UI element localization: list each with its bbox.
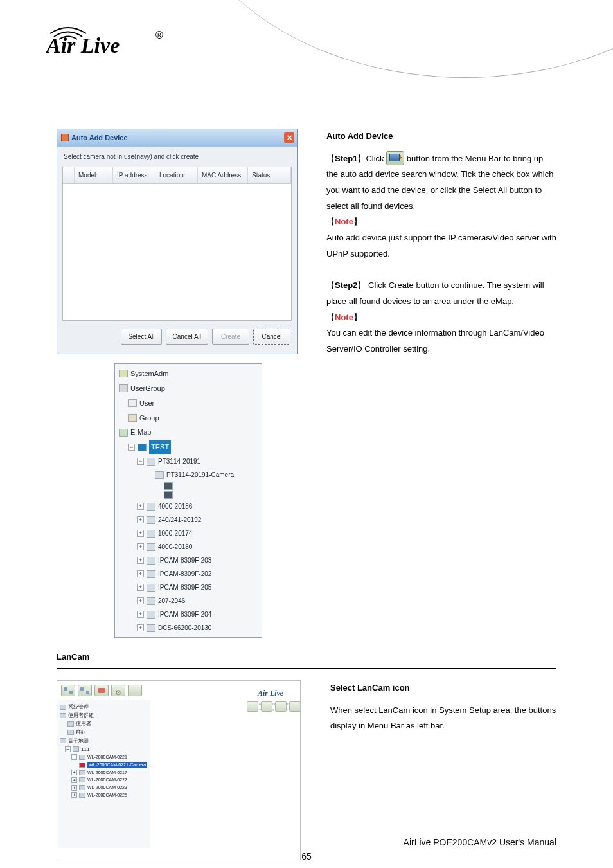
expand-icon[interactable]: + — [137, 584, 144, 591]
toolbar-layout-icon[interactable] — [78, 685, 92, 696]
tree-item[interactable]: 240/241-20192 — [158, 514, 201, 526]
header-arc — [227, 0, 613, 103]
cancel-all-button[interactable]: Cancel All — [166, 329, 208, 345]
expand-icon[interactable]: − — [137, 458, 144, 465]
expand-icon[interactable]: + — [137, 503, 144, 510]
preview-btn-icon[interactable] — [247, 701, 258, 712]
expand-icon[interactable]: + — [137, 557, 144, 564]
camera-icon — [79, 793, 85, 798]
user-icon — [128, 399, 137, 407]
step1-text-a: Click — [366, 154, 386, 163]
section-divider — [57, 668, 556, 669]
usergroup-icon — [119, 384, 128, 392]
tree-emap: E-Map — [130, 426, 151, 439]
th-model[interactable]: Model: — [75, 167, 113, 183]
camera-icon — [147, 503, 155, 511]
th-location[interactable]: Location: — [155, 167, 198, 183]
camera-icon — [79, 777, 85, 782]
camera-icon — [147, 570, 155, 578]
lancam-tree-cam[interactable]: WL-2000CAM-0225 — [87, 792, 127, 799]
toolbar-view-icon[interactable] — [61, 685, 75, 696]
camera-icon — [147, 557, 155, 565]
th-status[interactable]: Status — [248, 167, 291, 183]
camera-icon — [79, 785, 85, 790]
expand-icon[interactable]: + — [137, 611, 144, 618]
dialog-titlebar: Auto Add Device ✕ — [57, 129, 297, 147]
lancam-tree-cam[interactable]: WL-2000CAM-0223 — [87, 784, 127, 791]
brand-logo: Air Live ® — [46, 19, 168, 58]
tree-item[interactable]: 207-2046 — [158, 595, 185, 607]
tree-item[interactable]: IPCAM-8309F-204 — [158, 608, 211, 620]
svg-text:®: ® — [155, 30, 163, 41]
camera-icon — [147, 624, 155, 632]
create-button[interactable]: Create — [212, 329, 249, 345]
preview-btn-icon[interactable] — [261, 701, 272, 712]
camera-icon — [79, 755, 85, 760]
preview-btn-icon[interactable] — [275, 701, 287, 712]
note1-body: Auto add device just support the IP came… — [326, 233, 556, 258]
lancam-tree-cam[interactable]: WL-2000CAM-0222 — [87, 777, 127, 783]
tree-item[interactable]: IPCAM-8309F-205 — [158, 581, 211, 593]
tree-user: User — [139, 397, 154, 410]
lancam-tree-item[interactable]: 使用者 — [76, 720, 91, 727]
preview-btn-icon[interactable] — [289, 701, 301, 712]
lancam-tree-item[interactable]: 群組 — [76, 728, 86, 736]
tree-item[interactable]: DCS-66200-20130 — [158, 622, 211, 634]
toolbar-settings-icon[interactable] — [111, 685, 125, 696]
camera-icon — [147, 516, 155, 524]
tree-test[interactable]: TEST — [149, 440, 171, 454]
close-icon[interactable]: ✕ — [284, 132, 294, 143]
group-icon — [128, 414, 137, 422]
expand-icon[interactable]: + — [137, 597, 144, 604]
cancel-button[interactable]: Cancel — [253, 329, 290, 345]
tree-item[interactable]: 1000-20174 — [158, 527, 192, 539]
expand-icon[interactable]: + — [137, 570, 144, 577]
tree-icon — [60, 738, 66, 743]
tree-group: Group — [139, 411, 159, 425]
step2-paragraph: 【Step2】 Click Create button to continue.… — [326, 278, 556, 309]
select-all-button[interactable]: Select All — [121, 329, 161, 345]
preview-toolbar — [247, 701, 301, 712]
th-mac[interactable]: MAC Address — [198, 167, 248, 183]
lancam-heading: LanCam — [57, 649, 556, 665]
camera-icon — [147, 584, 155, 592]
tree-item[interactable]: IPCAM-8309F-203 — [158, 554, 211, 566]
lancam-tree-cam[interactable]: WL-2000CAM-0221 — [87, 754, 127, 761]
expand-icon[interactable]: + — [137, 530, 144, 537]
expand-icon[interactable]: + — [137, 543, 144, 550]
expand-icon[interactable]: + — [137, 516, 144, 523]
dialog-title-text: Auto Add Device — [71, 131, 128, 145]
lancam-app-screenshot: Air Live AirLive Cam pro Express Powered… — [57, 680, 301, 860]
toolbar-misc-icon[interactable] — [128, 685, 142, 696]
tree-item[interactable]: 4000-20186 — [158, 500, 192, 512]
tree-icon — [67, 721, 74, 727]
sensor-icon — [164, 482, 173, 490]
toolbar-camera-icon[interactable] — [94, 685, 109, 696]
tree-usergroup: UserGroup — [130, 382, 165, 395]
select-lancam-body: When select LanCam icon in System Setup … — [330, 703, 556, 734]
page-number: 65 — [0, 851, 613, 862]
lancam-tree-map[interactable]: 111 — [81, 746, 89, 753]
step1-paragraph: 【Step1】Click button from the Menu Bar to… — [326, 151, 556, 215]
expand-icon[interactable]: − — [128, 444, 135, 451]
footer-text: AirLive POE200CAMv2 User's Manual — [0, 837, 556, 847]
emap-icon — [119, 429, 128, 437]
note-label: Note — [335, 217, 353, 226]
th-ip[interactable]: IP address: — [113, 167, 155, 183]
system-admin-icon — [119, 370, 128, 377]
lancam-tree-cam-selected[interactable]: WL-2000CAM-0221-Camera — [87, 762, 147, 768]
tree-cam-child[interactable]: PT3114-20191-Camera — [166, 469, 234, 481]
dialog-subtitle: Select camera not in use(navy) and click… — [57, 147, 297, 167]
note-label: Note — [335, 312, 353, 322]
lancam-tree-item[interactable]: 系統管理 — [68, 703, 89, 710]
tree-item[interactable]: 4000-20180 — [158, 541, 192, 553]
expand-icon[interactable]: + — [137, 624, 144, 631]
camera-icon — [147, 530, 155, 538]
tree-cam-parent[interactable]: PT3114-20191 — [158, 455, 200, 467]
lancam-tree-item[interactable]: 電子地圖 — [68, 737, 89, 745]
lancam-tree-item[interactable]: 使用者群組 — [68, 712, 94, 719]
lancam-tree-cam[interactable]: WL-2000CAM-0217 — [87, 770, 127, 776]
tree-item[interactable]: IPCAM-8309F-202 — [158, 568, 211, 580]
tree-systemadm: SystemAdm — [130, 367, 168, 381]
camera-icon — [79, 770, 85, 775]
